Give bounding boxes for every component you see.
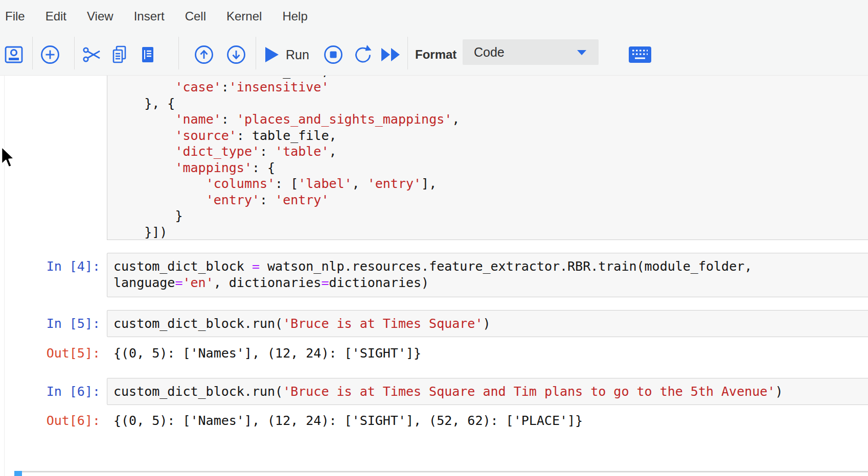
code-cell-input-4[interactable]: custom_dict_block = watson_nlp.resources… [107,253,868,297]
code-cell-input-5[interactable]: custom_dict_block.run('Bruce is at Times… [107,310,868,337]
command-palette-button[interactable] [628,45,652,66]
toolbar-divider [74,37,75,69]
selected-cell-indicator [14,471,22,476]
code-cell-input-partial[interactable]: 'source': term_file, 'case':'insensitive… [107,76,868,240]
notebook-header: File Edit View Insert Cell Kernel Help [0,0,868,76]
next-selected-cell[interactable] [14,471,868,476]
output-text-6: {(0, 5): ['Names'], (12, 24): ['SIGHT'],… [113,413,583,429]
menu-file[interactable]: File [5,9,25,23]
menu-bar: File Edit View Insert Cell Kernel Help [0,0,868,33]
mouse-cursor [0,146,17,169]
output-text-5: {(0, 5): ['Names'], (12, 24): ['SIGHT']} [113,345,421,362]
save-icon [3,44,25,65]
stop-button[interactable] [323,43,344,66]
output-prompt-5: Out[5]: [0,345,100,362]
cell-type-value: Code [474,39,505,65]
code-editor[interactable]: custom_dict_block = watson_nlp.resources… [107,253,868,296]
input-prompt-6: In [6]: [0,384,100,400]
toolbar: Run Format [0,34,868,76]
jupyter-notebook-window: File Edit View Insert Cell Kernel Help [0,0,868,476]
format-label: Format [415,34,456,76]
menu-kernel[interactable]: Kernel [226,9,262,23]
save-button[interactable] [3,43,25,66]
add-cell-icon [39,44,61,65]
run-button-label: Run [286,47,309,62]
next-cell-border [14,471,868,472]
menu-view[interactable]: View [87,9,113,23]
copy-cell-icon [109,44,131,65]
cut-cell-icon [82,44,103,65]
menu-insert[interactable]: Insert [134,9,165,23]
toolbar-divider [178,37,179,69]
menu-cell[interactable]: Cell [185,9,206,23]
code-editor[interactable]: 'source': term_file, 'case':'insensitive… [107,76,868,240]
move-down-icon [225,44,247,65]
paste-cell-button[interactable] [137,43,158,66]
code-cell-input-6[interactable]: custom_dict_block.run('Bruce is at Times… [107,378,868,405]
add-cell-button[interactable] [39,43,61,66]
paste-cell-icon [137,44,158,65]
code-editor[interactable]: custom_dict_block.run('Bruce is at Times… [107,378,868,405]
restart-kernel-button[interactable] [352,43,374,66]
toolbar-divider [407,37,408,69]
input-prompt-4: In [4]: [0,258,100,275]
run-icon [264,45,280,64]
stop-icon [323,44,344,65]
code-editor[interactable]: custom_dict_block.run('Bruce is at Times… [107,311,868,337]
fast-forward-icon [380,45,401,64]
run-button[interactable]: Run [264,43,309,66]
restart-kernel-icon [352,44,374,65]
menu-help[interactable]: Help [282,9,307,23]
input-prompt-5: In [5]: [0,316,100,332]
cell-type-dropdown[interactable]: Code [463,39,599,65]
output-prompt-6: Out[6]: [0,413,100,429]
menu-edit[interactable]: Edit [45,9,66,23]
cut-cell-button[interactable] [82,43,103,66]
move-cell-up-button[interactable] [193,43,215,66]
toolbar-divider [256,37,256,69]
fast-forward-button[interactable] [380,43,401,66]
dropdown-caret-icon [577,50,586,55]
keyboard-icon [628,45,652,64]
toolbar-divider [32,37,33,69]
move-up-icon [193,44,215,65]
move-cell-down-button[interactable] [225,43,247,66]
copy-cell-button[interactable] [109,43,131,66]
